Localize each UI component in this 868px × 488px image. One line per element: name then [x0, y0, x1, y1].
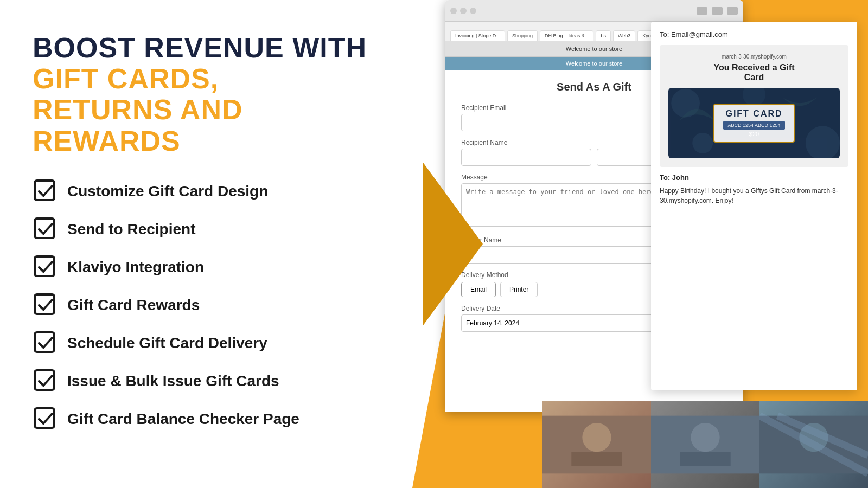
headline-highlight: GIFT CARDS, — [33, 63, 219, 94]
email-card-container: march-3-30.myshopify.com You Received a … — [660, 45, 848, 167]
tab-1[interactable]: Invoicing | Stripe D... — [450, 30, 505, 41]
list-item: Send to Recipient — [33, 216, 385, 242]
browser-close-button[interactable] — [450, 8, 457, 14]
store-banner-text: Welcome to our store — [566, 60, 622, 67]
headline-part1: BOOST REVENUE WITH — [33, 32, 367, 63]
list-item: Issue & Bulk Issue Gift Cards — [33, 368, 385, 394]
list-item: Schedule Gift Card Delivery — [33, 330, 385, 356]
tab-3[interactable]: DH Blog – Ideas &... — [540, 30, 594, 41]
checkmark-icon — [33, 292, 59, 318]
tab-2[interactable]: Shopping — [507, 30, 538, 41]
checklist-label-6: Issue & Bulk Issue Gift Cards — [67, 373, 279, 390]
delivery-printer-button[interactable]: Printer — [500, 282, 538, 297]
email-message-text: Happy Birthday! I bought you a Giftys Gi… — [660, 186, 848, 206]
email-to-name: To: John — [660, 174, 848, 182]
svg-point-8 — [806, 126, 840, 158]
right-panel: Invoicing | Stripe D... Shopping DH Blog… — [412, 0, 868, 488]
extensions-icon[interactable] — [712, 7, 723, 15]
browser-minimize-button[interactable] — [460, 8, 467, 14]
feature-checklist: Customize Gift Card Design Send to Recip… — [33, 178, 385, 432]
svg-rect-4 — [35, 332, 54, 352]
chevron-arrow-shape — [423, 163, 483, 325]
email-to-line: To: Email@gmail.com — [660, 30, 848, 38]
svg-point-15 — [691, 423, 719, 452]
checklist-label-1: Customize Gift Card Design — [67, 183, 268, 200]
gift-card-image: GIFT CARD ABCD 1254 ABCD 1254 $20 — [668, 88, 840, 158]
svg-rect-5 — [35, 370, 54, 390]
star-icon[interactable] — [697, 7, 707, 15]
gift-card-label-box: GIFT CARD ABCD 1254 ABCD 1254 $20 — [713, 104, 794, 143]
left-panel: BOOST REVENUE WITH GIFT CARDS, RETURNS A… — [0, 0, 412, 488]
checkmark-icon — [33, 178, 59, 204]
svg-rect-1 — [35, 219, 54, 238]
email-card-domain: march-3-30.myshopify.com — [668, 54, 840, 60]
list-item: Customize Gift Card Design — [33, 178, 385, 204]
bottom-image-2 — [651, 401, 760, 488]
checkmark-icon — [33, 254, 59, 280]
bottom-image-3 — [760, 401, 868, 488]
checkmark-icon — [33, 216, 59, 242]
checklist-label-2: Send to Recipient — [67, 221, 195, 238]
gift-card-code: ABCD 1254 ABCD 1254 — [723, 121, 784, 130]
email-preview-panel: To: Email@gmail.com march-3-30.myshopify… — [651, 22, 857, 390]
list-item: Klaviyo Integration — [33, 254, 385, 280]
checklist-label-7: Gift Card Balance Checker Page — [67, 410, 299, 428]
list-item: Gift Card Rewards — [33, 292, 385, 318]
checklist-label-3: Klaviyo Integration — [67, 259, 204, 276]
tab-4[interactable]: bs — [596, 30, 611, 41]
svg-point-10 — [692, 133, 713, 153]
browser-maximize-button[interactable] — [470, 8, 476, 14]
gift-card-amount: $20 — [723, 131, 784, 137]
checkmark-icon — [33, 368, 59, 394]
svg-point-12 — [582, 423, 611, 452]
svg-rect-13 — [571, 452, 622, 466]
checklist-label-4: Gift Card Rewards — [67, 297, 200, 314]
browser-toolbar — [445, 0, 743, 22]
email-card-title: You Received a Gift Card — [668, 63, 840, 82]
bottom-images-strip — [542, 401, 868, 488]
svg-rect-2 — [35, 256, 54, 276]
email-preview-content: To: Email@gmail.com march-3-30.myshopify… — [651, 22, 857, 214]
list-item: Gift Card Balance Checker Page — [33, 406, 385, 432]
svg-rect-6 — [35, 408, 54, 428]
bottom-image-1 — [542, 401, 651, 488]
checkmark-icon — [33, 330, 59, 356]
tab-5[interactable]: Web3 — [613, 30, 635, 41]
profile-icon[interactable] — [727, 7, 738, 15]
svg-rect-0 — [35, 181, 54, 200]
browser-toolbar-icons — [697, 7, 738, 15]
address-bar-text: Welcome to our store — [566, 46, 622, 52]
headline-part2: RETURNS AND REWARDS — [33, 94, 243, 156]
main-headline: BOOST REVENUE WITH GIFT CARDS, RETURNS A… — [33, 33, 385, 157]
checkmark-icon — [33, 406, 59, 432]
gift-card-text: GIFT CARD — [723, 109, 784, 119]
svg-rect-3 — [35, 294, 54, 314]
checklist-label-5: Schedule Gift Card Delivery — [67, 335, 267, 352]
svg-rect-16 — [680, 452, 730, 466]
